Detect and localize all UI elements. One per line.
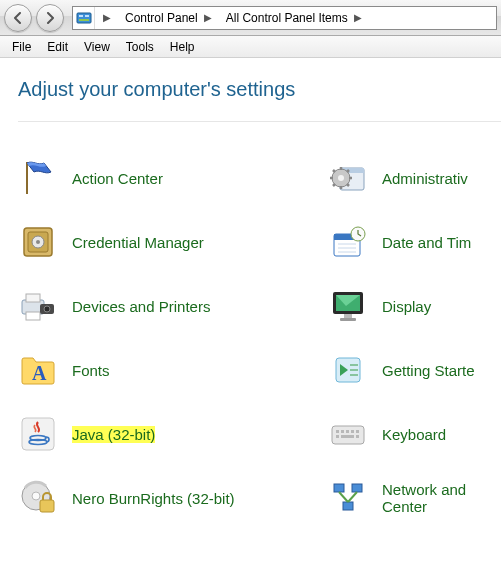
- item-devices-and-printers[interactable]: Devices and Printers: [18, 286, 318, 326]
- item-java[interactable]: Java (32-bit): [18, 414, 318, 454]
- menu-file[interactable]: File: [4, 38, 39, 56]
- chevron-right-icon: ▶: [103, 12, 111, 23]
- menu-view[interactable]: View: [76, 38, 118, 56]
- svg-rect-49: [343, 502, 353, 510]
- item-administrative-tools[interactable]: Administrativ: [328, 158, 501, 198]
- svg-rect-0: [77, 13, 91, 23]
- item-display[interactable]: Display: [328, 286, 501, 326]
- svg-rect-20: [26, 312, 40, 320]
- svg-rect-39: [351, 430, 354, 433]
- keyboard-icon: [328, 414, 368, 454]
- page-heading: Adjust your computer's settings: [18, 78, 501, 122]
- calendar-clock-icon: [328, 222, 368, 262]
- svg-rect-36: [336, 430, 339, 433]
- svg-rect-29: [350, 364, 358, 366]
- svg-text:A: A: [32, 362, 47, 384]
- chevron-right-icon: ▶: [204, 12, 212, 23]
- svg-rect-2: [85, 15, 89, 17]
- svg-rect-25: [344, 314, 352, 318]
- svg-point-45: [32, 492, 40, 500]
- menu-edit[interactable]: Edit: [39, 38, 76, 56]
- svg-rect-19: [26, 294, 40, 302]
- menu-tools[interactable]: Tools: [118, 38, 162, 56]
- getting-started-icon: [328, 350, 368, 390]
- svg-rect-30: [350, 369, 358, 371]
- svg-rect-1: [79, 15, 83, 17]
- back-button[interactable]: [4, 4, 32, 32]
- gear-window-icon: [328, 158, 368, 198]
- monitor-icon: [328, 286, 368, 326]
- breadcrumb-segment-control-panel[interactable]: Control Panel ▶: [117, 7, 218, 29]
- item-label: Action Center: [72, 170, 163, 187]
- breadcrumb-label: All Control Panel Items: [226, 11, 348, 25]
- item-getting-started[interactable]: Getting Starte: [328, 350, 501, 390]
- item-label: Network and Center: [382, 481, 466, 515]
- item-label: Administrativ: [382, 170, 468, 187]
- item-keyboard[interactable]: Keyboard: [328, 414, 501, 454]
- item-label: Fonts: [72, 362, 110, 379]
- svg-rect-26: [340, 318, 356, 321]
- svg-rect-41: [336, 435, 339, 438]
- navigation-bar: ▶ Control Panel ▶ All Control Panel Item…: [0, 0, 501, 36]
- svg-rect-3: [79, 19, 89, 21]
- arrow-right-icon: [44, 12, 56, 24]
- svg-rect-47: [334, 484, 344, 492]
- item-label: Display: [382, 298, 431, 315]
- safe-icon: [18, 222, 58, 262]
- svg-point-22: [44, 306, 50, 312]
- printer-camera-icon: [18, 286, 58, 326]
- svg-rect-46: [40, 500, 54, 512]
- forward-button[interactable]: [36, 4, 64, 32]
- item-label: Java (32-bit): [72, 426, 155, 443]
- svg-point-11: [36, 240, 40, 244]
- breadcrumb-label: Control Panel: [125, 11, 198, 25]
- item-label: Nero BurnRights (32-bit): [72, 490, 235, 507]
- fonts-folder-icon: A: [18, 350, 58, 390]
- item-date-and-time[interactable]: Date and Tim: [328, 222, 501, 262]
- breadcrumb-segment-all-items[interactable]: All Control Panel Items ▶: [218, 7, 368, 29]
- content-area: Adjust your computer's settings Action C…: [0, 58, 501, 518]
- chevron-right-icon: ▶: [354, 12, 362, 23]
- svg-rect-37: [341, 430, 344, 433]
- item-label: Keyboard: [382, 426, 446, 443]
- item-label: Getting Starte: [382, 362, 475, 379]
- item-action-center[interactable]: Action Center: [18, 158, 318, 198]
- java-icon: [18, 414, 58, 454]
- item-label: Date and Tim: [382, 234, 471, 251]
- svg-rect-40: [356, 430, 359, 433]
- svg-rect-42: [341, 435, 354, 438]
- item-label: Devices and Printers: [72, 298, 210, 315]
- items-grid: Action Center Administrativ Credential M…: [18, 122, 501, 518]
- flag-icon: [18, 158, 58, 198]
- control-panel-icon: [73, 7, 95, 29]
- svg-rect-31: [350, 374, 358, 376]
- arrow-left-icon: [12, 12, 24, 24]
- menu-help[interactable]: Help: [162, 38, 203, 56]
- disc-lock-icon: [18, 478, 58, 518]
- breadcrumb-root-arrow[interactable]: ▶: [95, 7, 117, 29]
- svg-point-7: [338, 175, 344, 181]
- network-icon: [328, 478, 368, 518]
- svg-rect-43: [356, 435, 359, 438]
- item-credential-manager[interactable]: Credential Manager: [18, 222, 318, 262]
- item-fonts[interactable]: A Fonts: [18, 350, 318, 390]
- svg-rect-48: [352, 484, 362, 492]
- item-label: Credential Manager: [72, 234, 204, 251]
- menu-bar: File Edit View Tools Help: [0, 36, 501, 58]
- address-bar[interactable]: ▶ Control Panel ▶ All Control Panel Item…: [72, 6, 497, 30]
- item-nero-burnrights[interactable]: Nero BurnRights (32-bit): [18, 478, 318, 518]
- svg-rect-38: [346, 430, 349, 433]
- item-network-and-sharing-center[interactable]: Network and Center: [328, 478, 501, 518]
